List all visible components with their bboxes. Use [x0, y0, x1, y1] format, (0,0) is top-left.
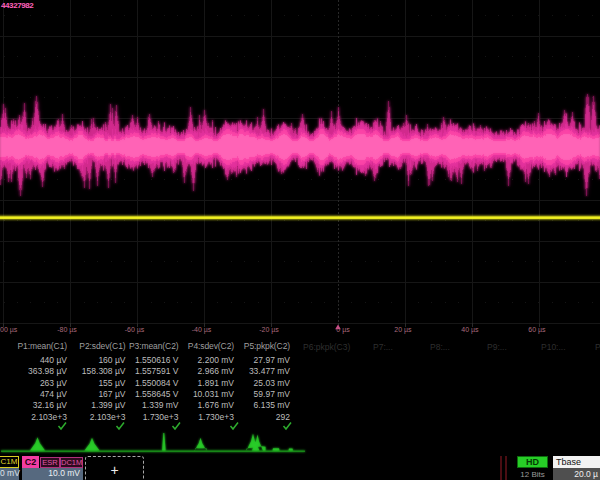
svg-text:60 µs: 60 µs	[528, 326, 546, 334]
svg-text:-60 µs: -60 µs	[125, 326, 145, 334]
svg-text:-20 µs: -20 µs	[259, 326, 279, 334]
svg-text:00 µs: 00 µs	[0, 326, 18, 334]
svg-text:-40 µs: -40 µs	[192, 326, 212, 334]
svg-text:0 µs: 0 µs	[336, 326, 350, 334]
svg-text:-80 µs: -80 µs	[57, 326, 77, 334]
svg-text:20 µs: 20 µs	[394, 326, 412, 334]
svg-text:40 µs: 40 µs	[461, 326, 479, 334]
